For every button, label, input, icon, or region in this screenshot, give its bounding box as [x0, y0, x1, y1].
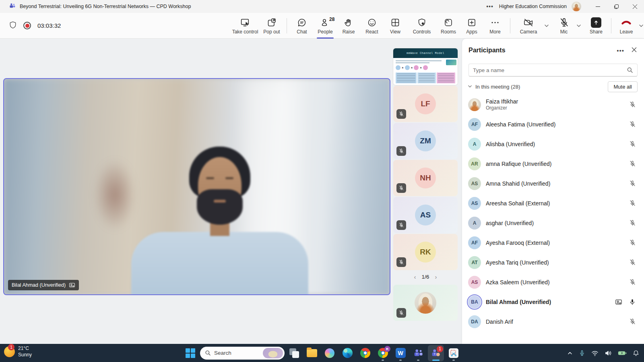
people-count-badge: 28: [329, 17, 334, 22]
apps-icon: [467, 17, 477, 28]
participant-row[interactable]: AAlishba (Unverified): [462, 134, 644, 154]
avatar: A: [468, 217, 481, 230]
toolbar-divider: [510, 18, 510, 33]
camera-off-icon: [523, 17, 534, 28]
panel-more-icon[interactable]: •••: [617, 47, 624, 54]
participant-row[interactable]: AFAleesha Fatima (Unverified): [462, 114, 644, 134]
mic-off-icon: [629, 219, 636, 226]
camera-button[interactable]: Camera: [514, 13, 543, 39]
participant-name: Danish Arif: [486, 319, 513, 325]
participant-row[interactable]: ASAreesha Sohail (External): [462, 193, 644, 213]
apps-button[interactable]: Apps: [460, 13, 483, 39]
participant-row[interactable]: ATAyesha Tariq (Unverified): [462, 252, 644, 272]
rooms-icon: [444, 17, 453, 28]
teams-meeting-button[interactable]: T 1: [428, 345, 444, 361]
avatar: AS: [468, 177, 481, 190]
share-button[interactable]: Share: [584, 13, 608, 39]
copilot-button[interactable]: [322, 345, 338, 361]
view-icon: [390, 17, 400, 28]
mic-off-icon: [629, 160, 636, 167]
tray-chevron-icon[interactable]: [567, 350, 573, 356]
file-explorer-button[interactable]: [304, 345, 320, 361]
participant-list: Faiza IftikharOrganizerAFAleesha Fatima …: [462, 95, 644, 331]
shared-content-thumbnail[interactable]: mmWave Channel Model + + +: [393, 48, 458, 85]
react-button[interactable]: React: [360, 13, 384, 39]
pop-out-button[interactable]: Pop out: [260, 13, 283, 39]
people-button[interactable]: 28 People: [314, 13, 337, 39]
leave-button[interactable]: Leave: [615, 13, 638, 39]
task-view-button[interactable]: [286, 345, 302, 361]
mic-options-chevron-icon[interactable]: [576, 13, 582, 39]
avatar: AF: [468, 118, 481, 131]
more-button[interactable]: More: [483, 13, 507, 39]
mic-off-icon: [629, 259, 636, 266]
next-page-icon[interactable]: ›: [435, 273, 437, 280]
meeting-stage: Bilal Ahmad (Unverified) mmWave Channel …: [0, 39, 644, 344]
weather-widget[interactable]: 1 21°C Sunny: [4, 345, 32, 358]
avatar: AS: [468, 276, 481, 289]
taskbar-search[interactable]: Search: [200, 347, 285, 360]
mute-all-button[interactable]: Mute all: [608, 81, 638, 92]
tray-volume-icon[interactable]: [605, 350, 612, 356]
snipping-tool-button[interactable]: [446, 345, 462, 361]
participant-tile[interactable]: RK: [393, 234, 458, 270]
search-input[interactable]: [473, 67, 627, 73]
windows-logo-icon: [186, 348, 195, 358]
participant-row[interactable]: AFAyesha Farooq (External): [462, 233, 644, 252]
participant-row[interactable]: ASAzka Saleem (Unverified): [462, 272, 644, 292]
avatar: AS: [468, 197, 481, 210]
titlebar-more-icon[interactable]: •••: [481, 3, 499, 10]
search-icon[interactable]: [627, 67, 633, 73]
view-button[interactable]: View: [384, 13, 407, 39]
chrome-profile-button[interactable]: R: [375, 345, 391, 361]
participant-tile[interactable]: ZM: [393, 123, 458, 159]
word-button[interactable]: W: [392, 345, 409, 361]
mic-button[interactable]: Mic: [552, 13, 576, 39]
account-avatar[interactable]: [572, 2, 581, 11]
avatar: AS: [415, 205, 436, 225]
controls-button[interactable]: Controls: [407, 13, 437, 39]
start-button[interactable]: [182, 345, 198, 361]
prev-page-icon[interactable]: ‹: [414, 273, 416, 280]
recording-indicator-icon: [23, 22, 31, 29]
main-video-tile[interactable]: Bilal Ahmad (Unverified): [3, 78, 390, 295]
leave-options-chevron-icon[interactable]: [638, 13, 644, 39]
tray-mic-icon[interactable]: [579, 350, 585, 356]
tray-wifi-icon[interactable]: [591, 350, 599, 356]
participant-tile[interactable]: AS: [393, 197, 458, 233]
edge-button[interactable]: [339, 345, 355, 361]
raise-hand-icon: [344, 17, 353, 28]
weather-temp: 21°C: [18, 345, 32, 352]
participant-row[interactable]: ASAmna Shahid (Unverified): [462, 174, 644, 193]
tray-bell-icon[interactable]: [633, 350, 639, 356]
participants-panel: Participants ••• In this meeting (28) Mu…: [462, 39, 644, 344]
toolbar-divider: [611, 18, 611, 33]
camera-options-chevron-icon[interactable]: [543, 13, 550, 39]
participant-row[interactable]: Aasghar (Unverified): [462, 213, 644, 233]
participant-tile[interactable]: NH: [393, 160, 458, 196]
participant-row[interactable]: BABilal Ahmad (Unverified): [462, 292, 644, 312]
raise-hand-button[interactable]: Raise: [337, 13, 360, 39]
react-icon: [367, 17, 377, 28]
tray-battery-icon[interactable]: [618, 350, 627, 356]
participant-row[interactable]: ARamna Rafique (Unverified): [462, 154, 644, 174]
shield-icon[interactable]: [9, 21, 17, 31]
participant-row[interactable]: DADanish Arif: [462, 312, 644, 331]
participant-name: Areesha Sohail (External): [486, 200, 550, 207]
mic-off-icon: [629, 318, 636, 325]
section-chevron-icon[interactable]: [468, 84, 472, 89]
maximize-button[interactable]: [607, 0, 625, 13]
rooms-button[interactable]: Rooms: [437, 13, 460, 39]
chrome-button[interactable]: [357, 345, 373, 361]
participant-video-tile[interactable]: [393, 285, 458, 321]
minimize-button[interactable]: [588, 0, 607, 13]
panel-close-icon[interactable]: [632, 47, 637, 54]
participant-name: Ayesha Farooq (External): [486, 240, 550, 246]
chat-button[interactable]: Chat: [290, 13, 314, 39]
teams-button[interactable]: T: [410, 345, 426, 361]
mic-off-icon: [398, 111, 404, 117]
participant-row[interactable]: Faiza IftikharOrganizer: [462, 95, 644, 114]
participant-tile[interactable]: LF: [393, 86, 458, 122]
close-button[interactable]: [625, 0, 644, 13]
take-control-button[interactable]: Take control: [230, 13, 260, 39]
